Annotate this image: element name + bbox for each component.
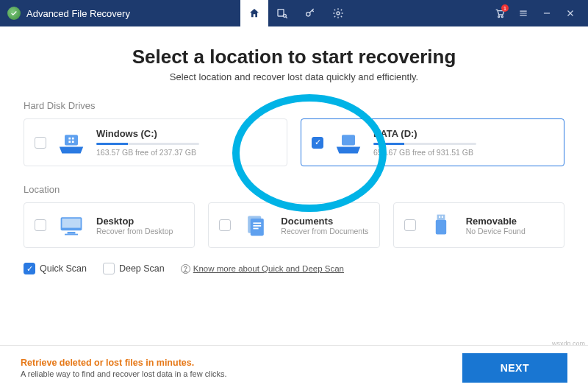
main-content: Select a location to start recovering Se… [0, 26, 588, 274]
deep-scan-checkbox[interactable] [103, 263, 115, 274]
footer-text: Retrieve deleted or lost files in minute… [21, 358, 227, 378]
svg-rect-13 [62, 219, 80, 228]
quick-scan-checkbox[interactable] [24, 263, 35, 274]
info-icon: ? [181, 264, 190, 274]
desktop-icon [55, 212, 87, 238]
close-button[interactable] [560, 3, 581, 24]
drive-checkbox[interactable] [312, 137, 323, 149]
footer: Retrieve deleted or lost files in minute… [0, 345, 588, 390]
svg-rect-10 [72, 141, 74, 143]
drive-name: Windows (C:) [96, 128, 276, 139]
page-title: Select a location to start recovering [24, 46, 564, 68]
search-list-icon [276, 7, 288, 19]
svg-rect-6 [65, 135, 78, 145]
location-card-documents[interactable]: Documents Recover from Documents [208, 202, 379, 248]
location-detail: Recover from Documents [281, 227, 368, 235]
close-icon [565, 8, 576, 18]
location-checkbox[interactable] [219, 219, 231, 231]
titlebar: Advanced File Recovery 1 [0, 0, 588, 26]
menu-icon [518, 8, 528, 18]
key-icon [304, 7, 316, 19]
section-label-location: Location [24, 184, 564, 195]
location-checkbox[interactable] [404, 219, 416, 231]
home-icon [248, 7, 260, 19]
cart-button[interactable]: 1 [490, 3, 510, 24]
svg-rect-11 [342, 135, 355, 145]
app-logo-area: Advanced File Recovery [0, 7, 130, 20]
tab-key[interactable] [296, 0, 324, 26]
footer-headline: Retrieve deleted or lost files in minute… [21, 358, 227, 368]
minimize-icon [542, 8, 552, 18]
svg-point-3 [337, 12, 340, 15]
svg-point-2 [306, 13, 310, 16]
svg-rect-21 [437, 215, 445, 220]
drive-detail: 651.67 GB free of 931.51 GB [373, 148, 553, 157]
svg-rect-20 [254, 228, 259, 230]
location-card-desktop[interactable]: Desktop Recover from Desktop [24, 202, 195, 248]
svg-rect-22 [435, 220, 445, 235]
location-name: Documents [281, 216, 368, 227]
svg-rect-18 [254, 222, 262, 224]
menu-button[interactable] [513, 3, 534, 24]
svg-rect-14 [68, 232, 76, 234]
usb-icon [425, 212, 457, 238]
scan-options: Quick Scan Deep Scan ? Know more about Q… [24, 263, 564, 274]
drive-detail: 163.57 GB free of 237.37 GB [96, 148, 276, 157]
app-logo-icon [7, 7, 21, 20]
cart-badge: 1 [501, 4, 509, 12]
next-button[interactable]: NEXT [462, 353, 567, 383]
quick-scan-label: Quick Scan [40, 263, 87, 274]
svg-rect-8 [72, 137, 74, 139]
drive-icon [332, 130, 365, 156]
usage-bar [373, 143, 476, 145]
footer-sub: A reliable way to find and recover lost … [21, 369, 227, 378]
window-controls: 1 [490, 3, 588, 24]
svg-rect-15 [65, 234, 78, 235]
location-name: Desktop [96, 216, 184, 227]
tab-settings[interactable] [324, 0, 352, 26]
tab-home[interactable] [240, 0, 268, 26]
svg-rect-24 [442, 216, 443, 218]
titlebar-tabs [240, 0, 352, 26]
location-detail: Recover from Desktop [96, 227, 184, 235]
location-checkbox[interactable] [35, 219, 46, 231]
location-detail: No Device Found [466, 227, 553, 235]
svg-point-4 [498, 16, 500, 18]
location-card-removable[interactable]: Removable No Device Found [393, 202, 564, 248]
gear-icon [332, 7, 344, 19]
svg-rect-9 [68, 141, 71, 143]
svg-rect-17 [251, 219, 264, 235]
app-title: Advanced File Recovery [26, 8, 130, 19]
svg-rect-7 [68, 137, 71, 139]
deep-scan-option[interactable]: Deep Scan [103, 263, 165, 274]
drive-card-d[interactable]: DATA (D:) 651.67 GB free of 931.51 GB [301, 118, 564, 166]
drive-icon [55, 130, 87, 156]
minimize-button[interactable] [537, 3, 557, 24]
scan-info-link[interactable]: ? Know more about Quick and Deep Scan [181, 264, 344, 274]
svg-rect-23 [439, 216, 440, 218]
drive-card-c[interactable]: Windows (C:) 163.57 GB free of 237.37 GB [24, 118, 287, 166]
page-subtitle: Select location and recover lost data qu… [24, 71, 564, 82]
section-label-drives: Hard Disk Drives [24, 100, 564, 111]
deep-scan-label: Deep Scan [119, 263, 165, 274]
usage-bar [96, 143, 199, 145]
drive-checkbox[interactable] [35, 137, 46, 149]
svg-point-1 [283, 14, 286, 17]
location-name: Removable [466, 216, 553, 227]
tab-search[interactable] [268, 0, 296, 26]
svg-point-5 [501, 16, 503, 18]
locations-row: Desktop Recover from Desktop Documents R… [24, 202, 564, 248]
documents-icon [240, 212, 272, 238]
quick-scan-option[interactable]: Quick Scan [24, 263, 87, 274]
svg-rect-19 [254, 225, 262, 227]
drive-name: DATA (D:) [373, 128, 553, 139]
drives-row: Windows (C:) 163.57 GB free of 237.37 GB… [24, 118, 564, 166]
